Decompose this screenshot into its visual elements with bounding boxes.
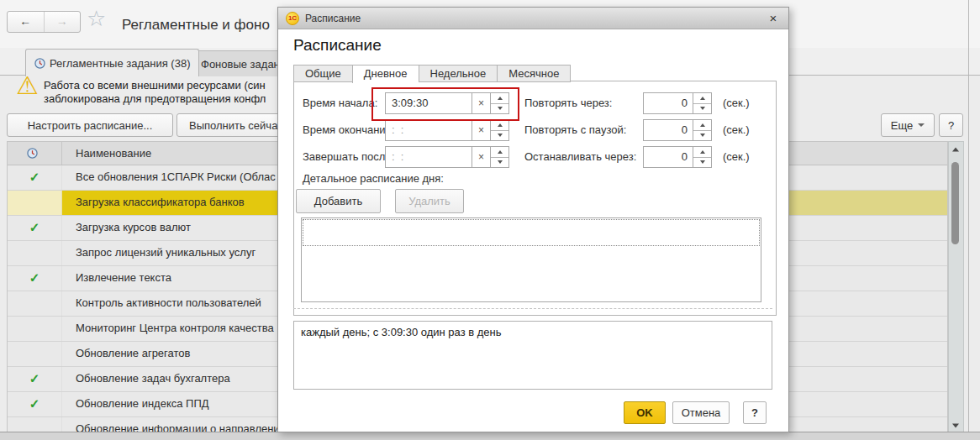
repeat-every-label: Повторять через: — [524, 92, 612, 114]
dialog-tabs: Общие Дневное Недельное Месячное — [293, 65, 571, 83]
more-button-label: Еще — [891, 119, 913, 132]
dialog-title: Расписание — [305, 13, 361, 24]
spin-down-icon[interactable] — [491, 157, 508, 168]
row-status-cell: ✓ — [8, 367, 62, 391]
page-title: Регламентные и фоно — [122, 17, 270, 34]
status-column-header[interactable] — [8, 142, 62, 165]
repeat-every-unit: (сек.) — [723, 92, 750, 114]
start-time-highlight — [371, 87, 519, 121]
spin-up-icon[interactable] — [491, 120, 508, 130]
day-schedule-list[interactable] — [301, 217, 761, 302]
back-button[interactable]: ← — [8, 12, 44, 32]
warning-icon: ⚠ — [16, 73, 39, 98]
stop-after-unit: (сек.) — [723, 146, 750, 168]
finish-after-field: : : × — [385, 146, 509, 168]
warning-text-line1: Работа со всеми внешними ресурсами (син — [44, 79, 266, 92]
row-status-cell: ✓ — [8, 266, 62, 291]
scroll-thumb[interactable] — [951, 162, 959, 244]
close-icon: × — [770, 11, 777, 25]
tab-scheduled-jobs[interactable]: Регламентные задания (38) — [25, 49, 199, 76]
clock-icon — [34, 58, 45, 69]
repeat-pause-field: 0 — [643, 119, 712, 141]
row-status-cell — [8, 342, 62, 366]
tab-background-jobs-label: Фоновые задан — [201, 58, 280, 71]
dialog-titlebar[interactable]: 1С Расписание × — [278, 8, 788, 29]
row-status-cell — [8, 291, 62, 316]
schedule-summary-box[interactable]: каждый день; с 3:09:30 один раз в день — [293, 321, 772, 390]
back-icon: ← — [19, 14, 31, 28]
row-status-cell — [8, 417, 62, 432]
daily-schedule-panel: Время начала: 3:09:30 × Время окончания:… — [293, 81, 777, 316]
repeat-pause-input[interactable]: 0 — [643, 119, 693, 141]
check-icon: ✓ — [29, 396, 40, 411]
check-icon: ✓ — [29, 170, 40, 184]
help-button[interactable]: ? — [939, 113, 963, 137]
spin-up-icon[interactable] — [491, 147, 508, 157]
row-status-cell: ✓ — [8, 392, 62, 416]
spin-up-icon[interactable] — [693, 93, 711, 103]
1c-logo-icon: 1С — [286, 12, 299, 25]
close-button[interactable]: × — [766, 11, 781, 26]
finish-after-label: Завершать после: — [303, 146, 394, 168]
tab-monthly[interactable]: Месячное — [497, 65, 571, 82]
scroll-up-button[interactable] — [949, 143, 962, 155]
nav-buttons: ← → — [7, 11, 81, 33]
splitter-handle[interactable] — [293, 308, 772, 309]
add-button[interactable]: Добавить — [296, 189, 381, 213]
check-icon: ✓ — [29, 270, 40, 285]
tab-daily[interactable]: Дневное — [352, 65, 419, 83]
dialog-help-button[interactable]: ? — [743, 401, 767, 424]
vertical-scrollbar[interactable] — [948, 141, 964, 433]
favorite-star-icon[interactable]: ☆ — [87, 6, 106, 32]
repeat-pause-spinner[interactable] — [693, 119, 712, 141]
window-bottom-strip — [0, 432, 980, 440]
row-status-cell — [8, 317, 62, 341]
list-empty-row[interactable] — [303, 219, 760, 246]
clear-button[interactable]: × — [472, 119, 491, 141]
end-time-label: Время окончания: — [303, 119, 394, 141]
row-status-cell — [8, 241, 62, 265]
tab-scheduled-jobs-label: Регламентные задания (38) — [50, 57, 190, 70]
row-status-cell: ✓ — [8, 165, 62, 190]
check-icon: ✓ — [29, 220, 40, 234]
repeat-every-input[interactable]: 0 — [643, 92, 693, 114]
stop-after-label: Останавливать через: — [524, 146, 636, 168]
spin-up-icon[interactable] — [693, 147, 711, 157]
spin-down-icon[interactable] — [693, 103, 711, 114]
configure-schedule-button[interactable]: Настроить расписание... — [7, 113, 173, 137]
spin-down-icon[interactable] — [491, 130, 508, 141]
warning-text-line2: заблокирована для предотвращения конфл — [44, 92, 266, 105]
finish-after-spinner[interactable] — [491, 146, 509, 168]
tab-weekly[interactable]: Недельное — [419, 65, 498, 82]
tab-general[interactable]: Общие — [293, 65, 352, 82]
chevron-down-icon — [918, 123, 925, 127]
finish-after-input[interactable]: : : — [385, 146, 472, 168]
spin-down-icon[interactable] — [693, 157, 711, 168]
cancel-button[interactable]: Отмена — [672, 401, 730, 424]
dialog-heading: Расписание — [293, 36, 382, 55]
repeat-every-spinner[interactable] — [693, 92, 712, 114]
check-icon: ✓ — [29, 371, 40, 385]
stop-after-input[interactable]: 0 — [643, 146, 693, 168]
scroll-down-button[interactable] — [949, 419, 962, 432]
window-right-border — [968, 0, 969, 432]
detail-schedule-label: Детальное расписание дня: — [303, 172, 444, 185]
forward-button[interactable]: → — [44, 12, 81, 32]
more-button[interactable]: Еще — [881, 113, 935, 137]
clear-button[interactable]: × — [472, 146, 491, 168]
row-status-cell — [8, 191, 62, 215]
end-time-input[interactable]: : : — [385, 119, 472, 141]
delete-button[interactable]: Удалить — [395, 189, 464, 213]
repeat-pause-unit: (сек.) — [723, 119, 750, 141]
clear-icon: × — [478, 151, 484, 163]
stop-after-field: 0 — [643, 146, 712, 168]
end-time-spinner[interactable] — [491, 119, 509, 141]
ok-button[interactable]: OK — [624, 401, 666, 424]
stop-after-spinner[interactable] — [693, 146, 712, 168]
schedule-dialog: 1С Расписание × Расписание Общие Дневное… — [277, 7, 789, 432]
clear-icon: × — [478, 124, 484, 136]
spin-down-icon[interactable] — [693, 130, 711, 141]
row-status-cell: ✓ — [8, 216, 62, 240]
spin-up-icon[interactable] — [693, 120, 711, 130]
forward-icon: → — [56, 14, 68, 28]
